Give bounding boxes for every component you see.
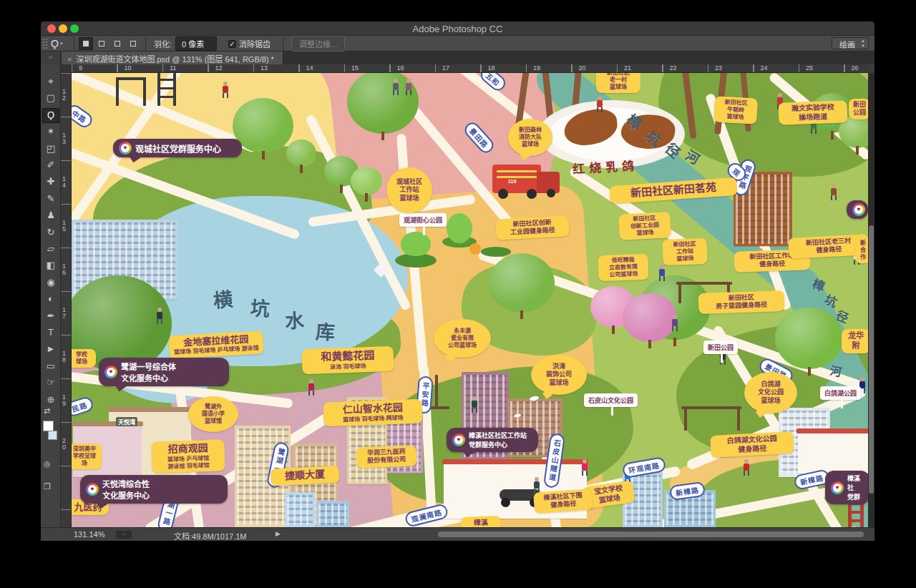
party-heart-logo-icon: [86, 483, 99, 496]
close-tab-icon[interactable]: ×: [67, 55, 72, 64]
map-sign-white: 新田公园: [703, 340, 738, 354]
wheel-icon: [498, 189, 508, 199]
type-tool[interactable]: T: [42, 325, 59, 340]
fitness-bar-icon: [435, 375, 438, 408]
tree-trunk: [340, 185, 343, 193]
person-body: [597, 100, 603, 107]
tree-icon: [286, 139, 316, 167]
map-label-service-center: [847, 200, 868, 219]
document-canvas[interactable]: 横坑水库樟坑径河樟坑径河红烧乳鸽天悦湾119观城社区工作站篮球场金地塞拉维花园篮…: [72, 73, 868, 527]
ruler-number: 13: [260, 64, 268, 72]
vertical-scrollbar-thumb[interactable]: [869, 225, 874, 494]
zoom-tool[interactable]: ⊕: [42, 393, 59, 408]
horizontal-scrollbar-thumb[interactable]: [438, 531, 864, 537]
building-windows: [318, 504, 347, 525]
ruler-number: 2 0: [62, 438, 66, 451]
monkey-bars-icon: [173, 73, 176, 106]
person-body: [472, 401, 477, 408]
map-label-yellow: 华润三九医药股份有限公司: [356, 446, 417, 468]
anti-alias-checkbox[interactable]: ✓: [228, 40, 236, 48]
tools-collapse-button[interactable]: ››: [41, 52, 61, 64]
background-color-swatch[interactable]: [48, 431, 57, 440]
person-legs: [223, 93, 228, 98]
new-selection-mode-button[interactable]: [79, 37, 93, 50]
building-roof: [107, 407, 193, 412]
map-label-yellow: 樟溪社区下围健身路径: [533, 489, 593, 513]
map-label-yellow: 新田森林消防大队篮球场: [508, 119, 552, 156]
zoom-level-field[interactable]: 131.14%: [74, 530, 104, 539]
vertical-ruler[interactable]: 1 21 31 41 51 61 71 81 92 0: [61, 73, 72, 527]
history-brush-tool[interactable]: ↻: [42, 225, 59, 240]
map-label-yellow: 深圳美中学校足球场: [72, 444, 102, 469]
screen-mode-button[interactable]: ❒: [44, 482, 51, 491]
blur-tool[interactable]: ◉: [42, 275, 59, 290]
brush-tool[interactable]: ✎: [42, 192, 59, 207]
horizontal-ruler[interactable]: 91011121314151617181920212223242526: [72, 64, 868, 73]
crop-tool[interactable]: ◰: [42, 142, 59, 157]
status-options-arrow[interactable]: ▶: [276, 530, 281, 537]
map-label-yellow: 白鸽湖文化公园篮球场: [744, 372, 797, 413]
intersect-selection-mode-button[interactable]: [126, 37, 140, 50]
clone-stamp-tool[interactable]: ♟: [42, 208, 59, 223]
person-body: [157, 312, 162, 319]
map-label-yellow: 新田社区工作站篮球场: [662, 238, 707, 265]
person-icon: [581, 459, 588, 475]
options-bar-grip[interactable]: [43, 39, 47, 49]
map-label-yellow: 和黄懿花园泳池 羽毛球场: [301, 346, 394, 374]
tree-icon: [233, 98, 293, 153]
workspace-switcher[interactable]: 绘画 ▲▼: [832, 37, 869, 49]
fitness-bar-icon: [684, 406, 687, 431]
magic-wand-tool[interactable]: ✶: [42, 124, 59, 139]
vertical-scrollbar[interactable]: [868, 73, 874, 527]
tree-icon: [489, 253, 555, 313]
person-body: [831, 188, 837, 195]
building-windows: [287, 495, 313, 525]
tree-trunk: [300, 165, 303, 173]
hand-tool[interactable]: ☞: [42, 376, 59, 391]
monkey-bars-icon: [157, 96, 176, 98]
sign-post: [423, 227, 425, 235]
chevron-down-icon: ▾: [60, 41, 63, 46]
tool-preset-picker[interactable]: Ϙ ▾: [51, 36, 62, 52]
dodge-tool[interactable]: ◐: [42, 292, 59, 307]
fire-truck-ladder: [497, 176, 537, 178]
marquee-tool[interactable]: ▢: [42, 91, 59, 106]
map-label-yellow: 龙华附: [842, 329, 868, 353]
person-icon: [596, 96, 603, 112]
tree-trunk: [831, 131, 834, 139]
document-tab[interactable]: ×深圳观湖街道文体地图.psd @ 131% (图层 641, RGB/8) *: [62, 52, 283, 64]
healing-brush-tool[interactable]: ✚: [42, 175, 59, 190]
gradient-tool[interactable]: ◧: [42, 258, 59, 273]
map-label-service-center: 樟溪社党群: [825, 471, 868, 504]
add-selection-mode-button[interactable]: [94, 37, 109, 50]
frog-icon: [401, 232, 431, 256]
lasso-tool[interactable]: Ϙ: [42, 108, 59, 123]
quick-mask-button[interactable]: ◎: [44, 459, 51, 469]
document-size-info: 文档:49.8M/1017.1M: [174, 530, 247, 541]
feather-input[interactable]: 0 像素: [175, 36, 217, 51]
refine-edge-button[interactable]: 调整边缘...: [291, 36, 345, 52]
subtract-selection-mode-button[interactable]: [110, 37, 125, 50]
map-label-yellow: 鹭湖外国语小学篮球馆: [188, 396, 238, 432]
map-label-service-center: 天悦湾综合性文化服务中心: [80, 475, 228, 504]
title-bar[interactable]: Adobe Photoshop CC: [41, 21, 874, 36]
shape-tool[interactable]: ▭: [42, 359, 59, 374]
move-tool[interactable]: ⌖: [42, 74, 59, 89]
path-selection-tool[interactable]: ►: [42, 342, 59, 357]
map-label-service-center: 观城社区党群服务中心: [113, 139, 242, 157]
swap-colors-icon[interactable]: ⇄: [44, 406, 50, 416]
eyedropper-tool[interactable]: ✐: [42, 158, 59, 173]
ruler-number: 1 6: [62, 263, 66, 276]
water-name-char: 坑: [250, 293, 271, 322]
tree-trunk: [381, 132, 384, 140]
person-legs: [597, 107, 603, 112]
eraser-tool[interactable]: ▱: [42, 242, 59, 257]
pen-tool[interactable]: ✒: [42, 309, 59, 324]
map-label-yellow: 永丰源瓷业有限公司篮球场: [434, 319, 491, 358]
person-legs: [472, 408, 477, 413]
foreground-color-swatch[interactable]: [43, 421, 54, 431]
ruler-corner: [61, 64, 72, 73]
food-name-label: 红烧乳鸽: [572, 156, 638, 177]
person-icon: [658, 265, 666, 280]
map-label-yellow: 新田社区牛轭岭篮球场: [713, 96, 758, 124]
